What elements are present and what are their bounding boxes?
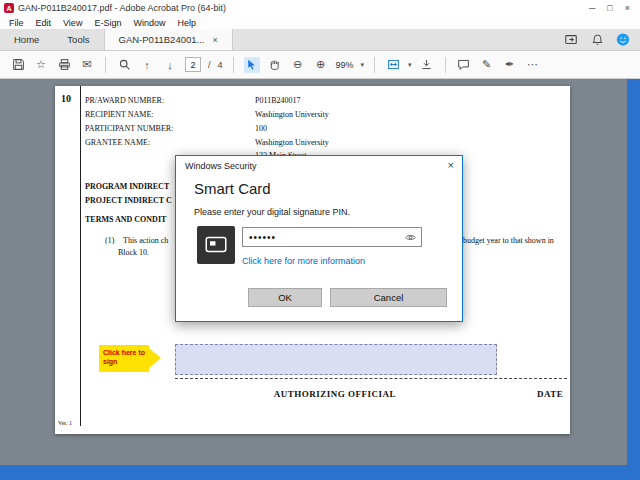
menu-file[interactable]: File xyxy=(4,18,29,28)
hand-tool-icon[interactable] xyxy=(267,57,283,73)
smart-card-icon xyxy=(197,226,235,264)
menu-window[interactable]: Window xyxy=(128,18,170,28)
signature-field[interactable] xyxy=(175,344,497,375)
titlebar: A GAN-P011B240017.pdf - Adobe Acrobat Pr… xyxy=(0,0,640,16)
toolbar-divider xyxy=(445,57,446,73)
field-label: GRANTEE NAME: xyxy=(85,138,150,147)
fit-width-icon[interactable] xyxy=(385,57,401,73)
next-page-icon[interactable]: ↓ xyxy=(162,57,178,73)
authorizing-official-label: AUTHORIZING OFFICIAL xyxy=(235,389,435,399)
zoom-out-icon[interactable]: ⊖ xyxy=(290,57,306,73)
field-value: P011B240017 xyxy=(255,96,301,105)
more-information-link[interactable]: Click here for more information xyxy=(242,256,365,266)
previous-page-icon[interactable]: ↑ xyxy=(139,57,155,73)
callout-label: Click here to sign xyxy=(99,345,149,372)
page-total: 4 xyxy=(218,60,223,70)
clause-text-right: budget year to that shown in xyxy=(463,236,554,245)
dialog-close-icon[interactable]: × xyxy=(448,159,454,171)
account-avatar[interactable] xyxy=(616,33,630,47)
date-label: DATE xyxy=(537,389,563,399)
tab-document[interactable]: GAN-P011B24001... × xyxy=(104,29,233,50)
field-label: PARTICIPANT NUMBER: xyxy=(85,124,173,133)
cancel-button[interactable]: Cancel xyxy=(330,288,447,307)
project-indirect-line: PROJECT INDIRECT C xyxy=(85,196,172,205)
tab-tools[interactable]: Tools xyxy=(53,29,103,50)
save-icon[interactable] xyxy=(10,57,26,73)
share-screen-icon[interactable] xyxy=(564,33,578,47)
program-indirect-line: PROGRAM INDIRECT xyxy=(85,182,169,191)
acrobat-window: A GAN-P011B240017.pdf - Adobe Acrobat Pr… xyxy=(0,0,640,480)
window-title: GAN-P011B240017.pdf - Adobe Acrobat Pro … xyxy=(18,3,589,13)
reveal-password-eye-icon[interactable] xyxy=(404,231,417,244)
acrobat-app-icon: A xyxy=(4,3,14,13)
email-icon[interactable]: ✉ xyxy=(79,57,95,73)
document-area: 10 PR/AWARD NUMBER: P011B240017 RECIPIEN… xyxy=(0,79,640,465)
form-border-line xyxy=(80,86,81,426)
zoom-in-icon[interactable]: ⊕ xyxy=(313,57,329,73)
field-value: 100 xyxy=(255,124,267,133)
clause-number: (1) xyxy=(105,236,114,245)
menu-esign[interactable]: E-Sign xyxy=(89,18,126,28)
menubar: File Edit View E-Sign Window Help xyxy=(0,16,640,29)
toolbar-divider xyxy=(233,57,234,73)
terms-heading: TERMS AND CONDIT xyxy=(85,215,166,224)
zoom-dropdown-caret-icon[interactable]: ▾ xyxy=(361,61,365,69)
field-value: Washington University xyxy=(255,138,329,147)
notifications-bell-icon[interactable] xyxy=(590,33,604,47)
ok-button[interactable]: OK xyxy=(248,288,322,307)
more-tools-icon[interactable]: ⋯ xyxy=(525,57,541,73)
close-button[interactable]: × xyxy=(625,3,630,13)
dialog-heading: Smart Card xyxy=(194,180,271,197)
pin-prompt: Please enter your digital signature PIN. xyxy=(194,207,350,217)
right-tools-strip[interactable] xyxy=(627,79,640,465)
comment-icon[interactable] xyxy=(456,57,472,73)
sign-pen-icon[interactable]: ✒ xyxy=(502,57,518,73)
dialog-title: Windows Security xyxy=(185,161,257,171)
toolbar: ☆ ✉ ↑ ↓ 2 / 4 ⊖ ⊕ xyxy=(0,51,640,79)
search-icon[interactable] xyxy=(116,57,132,73)
clause-text-line2: Block 10. xyxy=(118,248,149,257)
menu-help[interactable]: Help xyxy=(172,18,201,28)
tabbar: Home Tools GAN-P011B24001... × xyxy=(0,29,640,51)
page-separator: / xyxy=(208,60,211,70)
fit-dropdown-caret-icon[interactable]: ▾ xyxy=(408,61,412,69)
bottom-bar xyxy=(0,465,640,480)
maximize-button[interactable]: □ xyxy=(607,3,612,13)
version-label: Ver. 1 xyxy=(58,420,72,426)
zoom-level[interactable]: 99% xyxy=(336,60,354,70)
click-to-sign-callout[interactable]: Click here to sign xyxy=(99,345,161,372)
windows-security-dialog: Windows Security × Smart Card Please ent… xyxy=(175,155,463,322)
page-scroll-icon[interactable] xyxy=(419,57,435,73)
select-tool-icon[interactable] xyxy=(244,57,260,73)
minimize-button[interactable]: ─ xyxy=(589,3,595,13)
toolbar-divider xyxy=(105,57,106,73)
tab-document-label: GAN-P011B24001... xyxy=(119,34,205,45)
block-number: 10 xyxy=(61,93,71,104)
favorite-star-icon[interactable]: ☆ xyxy=(33,57,49,73)
field-label: RECIPIENT NAME: xyxy=(85,110,154,119)
menu-view[interactable]: View xyxy=(58,18,87,28)
field-label: PR/AWARD NUMBER: xyxy=(85,96,164,105)
toolbar-divider xyxy=(374,57,375,73)
tab-home[interactable]: Home xyxy=(0,29,53,50)
tab-close-icon[interactable]: × xyxy=(212,35,217,45)
menu-edit[interactable]: Edit xyxy=(31,18,57,28)
page-number-input[interactable]: 2 xyxy=(185,57,201,72)
highlighter-icon[interactable]: ✎ xyxy=(479,57,495,73)
callout-arrow-icon xyxy=(149,348,161,368)
pin-input[interactable] xyxy=(242,227,422,247)
clause-text-left: This action ch xyxy=(123,236,168,245)
field-value: Washington University xyxy=(255,110,329,119)
print-icon[interactable] xyxy=(56,57,72,73)
